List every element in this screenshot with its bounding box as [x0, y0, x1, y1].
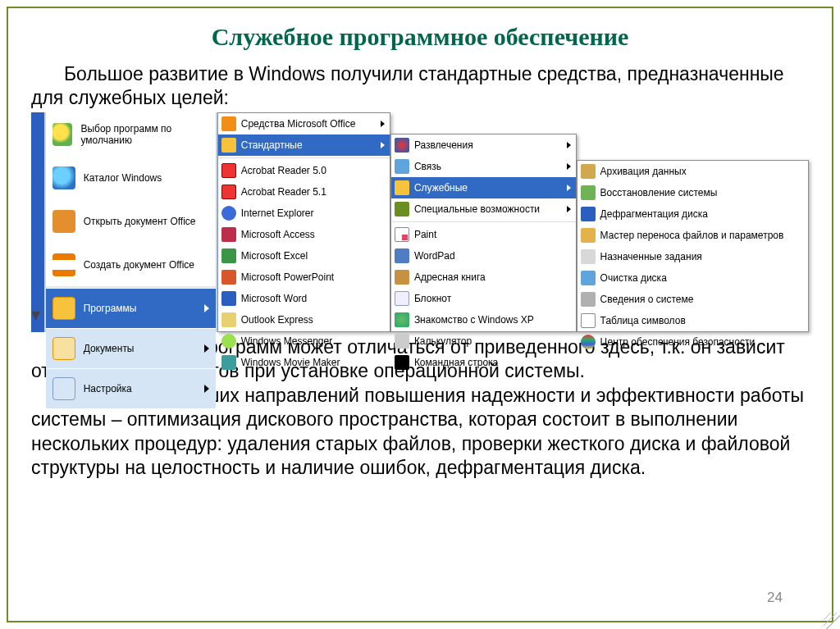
folder-icon	[395, 180, 409, 195]
slide-title: Служебное программное обеспечение	[31, 23, 809, 51]
mi-backup[interactable]: Архивация данных	[578, 161, 808, 182]
paragraph-1: Большое развитие в Windows получили стан…	[31, 62, 809, 111]
chevron-right-icon	[567, 185, 571, 191]
sl-documents[interactable]: Документы	[46, 328, 216, 368]
mi-comm[interactable]: Связь	[391, 156, 576, 177]
mi-access[interactable]: Microsoft Access	[218, 224, 390, 245]
mi-addressbook-label: Адресная книга	[414, 271, 486, 283]
mi-wordpad-label: WordPad	[414, 250, 455, 262]
mi-office-tools-label: Средства Microsoft Office	[241, 118, 356, 130]
mi-wizard-label: Мастер переноса файлов и параметров	[600, 230, 784, 241]
mi-addressbook[interactable]: Адресная книга	[391, 267, 576, 288]
wizard-icon	[581, 228, 596, 243]
mi-backup-label: Архивация данных	[600, 166, 687, 177]
mi-charmap[interactable]: Таблица символов	[578, 310, 808, 331]
mi-messenger-label: Windows Messenger	[241, 335, 332, 347]
chevron-right-icon	[567, 163, 571, 170]
mi-defrag[interactable]: Дефрагментация диска	[578, 203, 808, 225]
mi-sched-label: Назначенные задания	[600, 251, 702, 262]
mi-standard-label: Стандартные	[241, 139, 303, 151]
mi-tour-label: Знакомство с Windows XP	[414, 314, 534, 326]
access-icon	[221, 227, 236, 242]
separator	[391, 221, 576, 222]
mi-tour[interactable]: Знакомство с Windows XP	[391, 309, 576, 330]
mi-standard[interactable]: Стандартные	[218, 134, 390, 156]
mi-notepad[interactable]: Блокнот	[391, 288, 576, 309]
mi-access-label: Microsoft Access	[241, 229, 315, 240]
office-tools-icon	[221, 116, 236, 131]
mi-notepad-label: Блокнот	[414, 293, 451, 304]
mi-office-tools[interactable]: Средства Microsoft Office	[218, 113, 390, 134]
sl-settings[interactable]: Настройка	[46, 368, 216, 408]
mi-sched[interactable]: Назначенные задания	[578, 246, 808, 267]
mi-wizard[interactable]: Мастер переноса файлов и параметров	[578, 225, 808, 246]
default-programs-icon	[52, 123, 73, 146]
mi-comm-label: Связь	[414, 161, 441, 172]
mi-security[interactable]: Центр обеспечения безопасности	[578, 331, 808, 353]
mi-ie[interactable]: Internet Explorer	[218, 203, 390, 224]
chevron-right-icon	[567, 206, 571, 212]
mi-outlook-label: Outlook Express	[241, 314, 313, 326]
mi-calc-label: Калькулятор	[414, 335, 472, 347]
mi-clean[interactable]: Очистка диска	[578, 267, 808, 289]
cmd-icon	[395, 355, 409, 370]
scheduler-icon	[581, 249, 596, 264]
mi-ppt[interactable]: Microsoft PowerPoint	[218, 267, 390, 288]
menu-programs: Средства Microsoft Office Стандартные Ac…	[217, 112, 390, 332]
word-icon	[221, 291, 236, 306]
outlook-icon	[221, 312, 236, 327]
mi-excel-label: Microsoft Excel	[241, 250, 308, 262]
settings-icon	[52, 377, 75, 400]
games-icon	[395, 138, 409, 153]
sl-new-office-label: Создать документ Office	[84, 259, 194, 271]
mi-movie[interactable]: Windows Movie Maker	[218, 352, 390, 373]
accessibility-icon	[395, 202, 409, 217]
mi-paint-label: Paint	[414, 229, 436, 240]
menu-standard: Развлечения Связь Служебные Специальные …	[390, 134, 577, 332]
open-office-icon	[52, 210, 75, 233]
mi-word[interactable]: Microsoft Word	[218, 288, 390, 309]
sl-catalog[interactable]: Каталог Windows	[46, 156, 216, 199]
mi-restore[interactable]: Восстановление системы	[578, 182, 808, 203]
communications-icon	[395, 159, 409, 174]
calculator-icon	[395, 334, 409, 349]
mi-restore-label: Восстановление системы	[600, 187, 718, 198]
page-number: 24	[767, 590, 783, 606]
mi-acro51[interactable]: Acrobat Reader 5.1	[218, 181, 390, 203]
start-left-panel: Выбор программ по умолчанию Каталог Wind…	[44, 112, 217, 332]
start-menu-screenshot: Выбор программ по умолчанию Каталог Wind…	[31, 112, 809, 332]
sl-new-office[interactable]: Создать документ Office	[46, 243, 216, 286]
chevron-right-icon	[204, 385, 209, 393]
mi-paint[interactable]: Paint	[391, 224, 576, 245]
mi-calc[interactable]: Калькулятор	[391, 330, 576, 352]
mi-cmd[interactable]: Командная строка	[391, 352, 576, 373]
mi-sysinfo[interactable]: Сведения о системе	[578, 289, 808, 310]
moviemaker-icon	[221, 355, 236, 370]
mi-wordpad[interactable]: WordPad	[391, 245, 576, 267]
mi-defrag-label: Дефрагментация диска	[600, 208, 708, 220]
sl-catalog-label: Каталог Windows	[84, 172, 162, 184]
mi-service[interactable]: Служебные	[391, 177, 576, 198]
chevron-right-icon	[204, 344, 209, 353]
mi-movie-label: Windows Movie Maker	[241, 357, 340, 368]
scroll-down-icon: ▾	[31, 304, 40, 326]
wordpad-icon	[395, 248, 409, 263]
chevron-right-icon	[381, 121, 385, 127]
mi-excel[interactable]: Microsoft Excel	[218, 245, 390, 267]
mi-special[interactable]: Специальные возможности	[391, 198, 576, 220]
mi-games[interactable]: Развлечения	[391, 134, 576, 156]
separator	[218, 157, 390, 158]
sl-open-office[interactable]: Открыть документ Office	[46, 199, 216, 243]
sl-programs[interactable]: Программы	[46, 288, 216, 328]
sl-documents-label: Документы	[84, 343, 135, 354]
sl-programs-label: Программы	[84, 303, 137, 314]
defrag-icon	[581, 207, 596, 221]
chevron-right-icon	[381, 142, 385, 148]
mi-messenger[interactable]: Windows Messenger	[218, 330, 390, 352]
new-office-icon	[52, 253, 75, 276]
ie-icon	[221, 206, 236, 221]
sl-default-programs[interactable]: Выбор программ по умолчанию	[46, 112, 216, 156]
mi-acro50[interactable]: Acrobat Reader 5.0	[218, 160, 390, 181]
mi-outlook[interactable]: Outlook Express	[218, 309, 390, 330]
programs-icon	[52, 297, 75, 320]
